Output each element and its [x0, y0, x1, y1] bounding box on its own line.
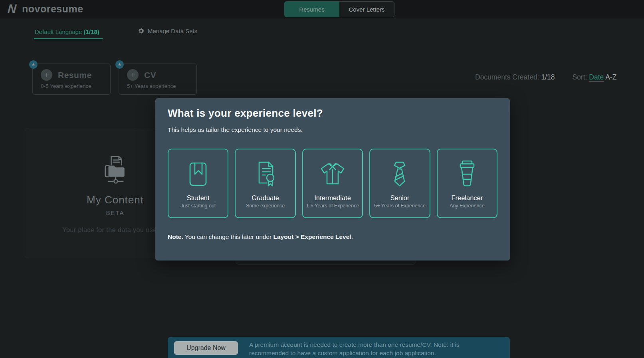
create-resume-subtitle: 0-5 Years experience	[41, 83, 110, 89]
option-label: Senior	[390, 194, 410, 202]
default-language-label: Default Language	[35, 28, 82, 35]
experience-options: Student Just starting out Graduate	[168, 149, 497, 218]
modal-note: Note. You can change this later under La…	[168, 233, 353, 241]
note-bold-path: Layout > Experience Level	[273, 233, 351, 240]
manage-data-sets-link[interactable]: Manage Data Sets	[138, 28, 197, 34]
book-icon	[180, 155, 216, 192]
novoresume-n-icon: N	[5, 2, 19, 16]
documents-created-label: Documents Created:	[475, 73, 539, 81]
create-cv-title: CV	[144, 70, 156, 80]
app-root: N novoresume Resumes Cover Letters Defau…	[0, 0, 644, 358]
shirt-icon	[314, 155, 351, 192]
documents-created: Documents Created: 1/18	[475, 73, 555, 82]
document-type-tabs: Resumes Cover Letters	[284, 1, 394, 17]
diploma-icon	[247, 155, 284, 192]
note-text: You can change this later under	[183, 233, 273, 240]
star-badge-icon: ★	[29, 60, 38, 69]
create-resume-card[interactable]: ★ + Resume 0-5 Years experience	[32, 64, 111, 95]
gear-icon	[138, 28, 145, 34]
option-label: Freelancer	[451, 194, 483, 202]
option-sublabel: 1-5 Years of Experience	[306, 203, 359, 209]
header: N novoresume Resumes Cover Letters	[0, 0, 644, 18]
default-language-count: (1/18)	[84, 28, 99, 35]
sort-by-az-link[interactable]: A-Z	[605, 73, 616, 81]
option-sublabel: Any Experience	[450, 203, 485, 209]
create-resume-title: Resume	[58, 70, 92, 80]
modal-subtitle: This helps us tailor the experience to y…	[168, 126, 497, 133]
sort-label: Sort:	[572, 73, 587, 81]
upgrade-banner: Upgrade Now A premium account is needed …	[168, 337, 510, 358]
documents-created-value: 1/18	[541, 73, 555, 81]
option-label: Graduate	[252, 194, 279, 202]
brand-name: novoresume	[22, 3, 83, 15]
option-student[interactable]: Student Just starting out	[168, 149, 228, 218]
default-language-link[interactable]: Default Language (1/18)	[35, 28, 99, 35]
tab-cover-letters[interactable]: Cover Letters	[339, 1, 394, 17]
coffee-cup-icon	[449, 155, 485, 192]
note-suffix: .	[351, 233, 353, 240]
tab-resumes[interactable]: Resumes	[284, 1, 339, 17]
star-badge-icon: ★	[115, 60, 124, 69]
option-label: Intermediate	[314, 194, 351, 202]
option-sublabel: Just starting out	[180, 203, 216, 209]
tie-icon	[381, 155, 418, 192]
sort-by-date-link[interactable]: Date	[589, 73, 604, 81]
experience-level-modal: What is your experience level? This help…	[155, 98, 510, 261]
option-freelancer[interactable]: Freelancer Any Experience	[437, 149, 497, 218]
plus-icon: +	[41, 69, 52, 81]
option-senior[interactable]: Senior 5+ Years of Experience	[369, 149, 430, 218]
manage-data-sets-label: Manage Data Sets	[148, 28, 197, 34]
documents-sort-row: Documents Created: 1/18 Sort: Date A-Z	[475, 73, 616, 82]
option-sublabel: 5+ Years of Experience	[374, 203, 426, 209]
option-graduate[interactable]: Graduate Some experience	[235, 149, 295, 218]
option-sublabel: Some experience	[246, 203, 285, 209]
sort-controls: Sort: Date A-Z	[572, 73, 616, 82]
option-label: Student	[187, 194, 210, 202]
note-prefix: Note.	[168, 233, 183, 240]
create-cv-card[interactable]: ★ + CV 5+ Years experience	[119, 64, 197, 95]
plus-icon: +	[127, 69, 139, 81]
brand-logo[interactable]: N novoresume	[5, 2, 83, 16]
create-cv-subtitle: 5+ Years experience	[127, 83, 196, 89]
upgrade-banner-text: A premium account is needed to create mo…	[249, 340, 485, 357]
modal-title: What is your experience level?	[168, 107, 497, 119]
upgrade-now-button[interactable]: Upgrade Now	[174, 341, 238, 355]
option-intermediate[interactable]: Intermediate 1-5 Years of Experience	[302, 149, 363, 218]
default-language-underline	[34, 38, 103, 39]
